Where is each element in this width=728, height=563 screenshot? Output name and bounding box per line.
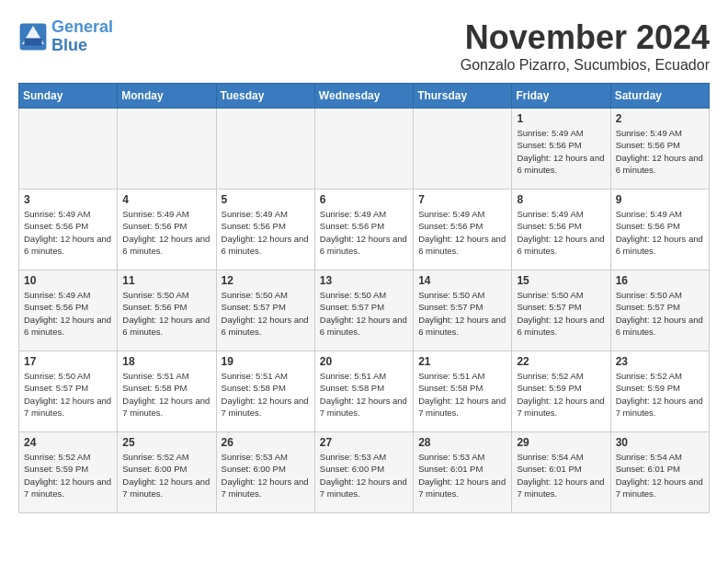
day-info: Sunrise: 5:51 AM Sunset: 5:58 PM Dayligh… xyxy=(320,370,408,419)
month-title: November 2024 xyxy=(461,18,710,57)
table-row: 14Sunrise: 5:50 AM Sunset: 5:57 PM Dayli… xyxy=(414,270,512,351)
day-info: Sunrise: 5:52 AM Sunset: 5:59 PM Dayligh… xyxy=(517,370,605,419)
day-info: Sunrise: 5:54 AM Sunset: 6:01 PM Dayligh… xyxy=(517,451,605,500)
table-row: 17Sunrise: 5:50 AM Sunset: 5:57 PM Dayli… xyxy=(19,351,118,432)
day-number: 9 xyxy=(616,193,704,206)
day-info: Sunrise: 5:50 AM Sunset: 5:57 PM Dayligh… xyxy=(418,289,506,338)
logo-icon xyxy=(18,22,48,52)
day-info: Sunrise: 5:49 AM Sunset: 5:56 PM Dayligh… xyxy=(24,208,112,257)
table-row: 15Sunrise: 5:50 AM Sunset: 5:57 PM Dayli… xyxy=(512,270,610,351)
day-number: 13 xyxy=(320,274,408,287)
day-number: 5 xyxy=(222,193,310,206)
table-row: 6Sunrise: 5:49 AM Sunset: 5:56 PM Daylig… xyxy=(314,190,413,270)
table-row: 13Sunrise: 5:50 AM Sunset: 5:57 PM Dayli… xyxy=(314,270,413,351)
header-area: General Blue November 2024 Gonzalo Pizar… xyxy=(18,18,710,74)
table-row: 18Sunrise: 5:51 AM Sunset: 5:58 PM Dayli… xyxy=(118,351,216,432)
table-row: 1Sunrise: 5:49 AM Sunset: 5:56 PM Daylig… xyxy=(512,109,610,190)
header-saturday: Saturday xyxy=(610,84,709,109)
day-info: Sunrise: 5:49 AM Sunset: 5:56 PM Dayligh… xyxy=(616,208,704,257)
header-monday: Monday xyxy=(118,84,216,109)
day-info: Sunrise: 5:49 AM Sunset: 5:56 PM Dayligh… xyxy=(418,208,506,257)
table-row xyxy=(118,109,216,190)
header-sunday: Sunday xyxy=(19,84,118,109)
day-number: 12 xyxy=(222,274,310,287)
table-row: 22Sunrise: 5:52 AM Sunset: 5:59 PM Dayli… xyxy=(512,351,610,432)
logo: General Blue xyxy=(18,18,113,55)
day-number: 28 xyxy=(418,436,506,449)
day-info: Sunrise: 5:52 AM Sunset: 5:59 PM Dayligh… xyxy=(616,370,704,419)
day-info: Sunrise: 5:49 AM Sunset: 5:56 PM Dayligh… xyxy=(320,208,408,257)
calendar-table: Sunday Monday Tuesday Wednesday Thursday… xyxy=(18,83,710,513)
table-row: 30Sunrise: 5:54 AM Sunset: 6:01 PM Dayli… xyxy=(610,432,709,513)
table-row xyxy=(216,109,314,190)
day-info: Sunrise: 5:53 AM Sunset: 6:01 PM Dayligh… xyxy=(418,451,506,500)
table-row: 8Sunrise: 5:49 AM Sunset: 5:56 PM Daylig… xyxy=(512,190,610,270)
day-info: Sunrise: 5:50 AM Sunset: 5:57 PM Dayligh… xyxy=(222,289,310,338)
day-number: 2 xyxy=(616,112,704,125)
day-info: Sunrise: 5:53 AM Sunset: 6:00 PM Dayligh… xyxy=(320,451,408,500)
table-row: 27Sunrise: 5:53 AM Sunset: 6:00 PM Dayli… xyxy=(314,432,413,513)
day-number: 20 xyxy=(320,355,408,368)
day-number: 18 xyxy=(122,355,210,368)
svg-rect-2 xyxy=(24,38,41,45)
table-row: 10Sunrise: 5:49 AM Sunset: 5:56 PM Dayli… xyxy=(19,270,118,351)
day-number: 11 xyxy=(122,274,210,287)
calendar-week-1: 1Sunrise: 5:49 AM Sunset: 5:56 PM Daylig… xyxy=(19,109,710,190)
day-info: Sunrise: 5:49 AM Sunset: 5:56 PM Dayligh… xyxy=(24,289,112,338)
day-number: 29 xyxy=(517,436,605,449)
day-number: 21 xyxy=(418,355,506,368)
day-number: 23 xyxy=(616,355,704,368)
table-row xyxy=(414,109,512,190)
logo-text: General Blue xyxy=(51,18,113,55)
day-info: Sunrise: 5:52 AM Sunset: 5:59 PM Dayligh… xyxy=(24,451,112,500)
day-number: 17 xyxy=(24,355,112,368)
day-number: 6 xyxy=(320,193,408,206)
day-number: 25 xyxy=(122,436,210,449)
title-area: November 2024 Gonzalo Pizarro, Sucumbios… xyxy=(461,18,710,74)
table-row: 24Sunrise: 5:52 AM Sunset: 5:59 PM Dayli… xyxy=(19,432,118,513)
day-info: Sunrise: 5:49 AM Sunset: 5:56 PM Dayligh… xyxy=(517,127,605,176)
day-info: Sunrise: 5:49 AM Sunset: 5:56 PM Dayligh… xyxy=(222,208,310,257)
day-number: 30 xyxy=(616,436,704,449)
day-number: 1 xyxy=(517,112,605,125)
day-number: 8 xyxy=(517,193,605,206)
day-info: Sunrise: 5:54 AM Sunset: 6:01 PM Dayligh… xyxy=(616,451,704,500)
calendar-week-5: 24Sunrise: 5:52 AM Sunset: 5:59 PM Dayli… xyxy=(19,432,710,513)
day-number: 26 xyxy=(222,436,310,449)
table-row xyxy=(314,109,413,190)
calendar-week-3: 10Sunrise: 5:49 AM Sunset: 5:56 PM Dayli… xyxy=(19,270,710,351)
day-info: Sunrise: 5:50 AM Sunset: 5:57 PM Dayligh… xyxy=(24,370,112,419)
day-info: Sunrise: 5:53 AM Sunset: 6:00 PM Dayligh… xyxy=(222,451,310,500)
day-info: Sunrise: 5:49 AM Sunset: 5:56 PM Dayligh… xyxy=(517,208,605,257)
day-info: Sunrise: 5:50 AM Sunset: 5:57 PM Dayligh… xyxy=(517,289,605,338)
day-info: Sunrise: 5:50 AM Sunset: 5:56 PM Dayligh… xyxy=(122,289,210,338)
day-info: Sunrise: 5:50 AM Sunset: 5:57 PM Dayligh… xyxy=(320,289,408,338)
table-row: 23Sunrise: 5:52 AM Sunset: 5:59 PM Dayli… xyxy=(610,351,709,432)
table-row: 21Sunrise: 5:51 AM Sunset: 5:58 PM Dayli… xyxy=(414,351,512,432)
logo-general: General xyxy=(51,17,113,36)
table-row xyxy=(19,109,118,190)
day-number: 4 xyxy=(122,193,210,206)
header-thursday: Thursday xyxy=(414,84,512,109)
calendar-header-row: Sunday Monday Tuesday Wednesday Thursday… xyxy=(19,84,710,109)
table-row: 9Sunrise: 5:49 AM Sunset: 5:56 PM Daylig… xyxy=(610,190,709,270)
table-row: 4Sunrise: 5:49 AM Sunset: 5:56 PM Daylig… xyxy=(118,190,216,270)
day-info: Sunrise: 5:52 AM Sunset: 6:00 PM Dayligh… xyxy=(122,451,210,500)
table-row: 7Sunrise: 5:49 AM Sunset: 5:56 PM Daylig… xyxy=(414,190,512,270)
day-number: 22 xyxy=(517,355,605,368)
table-row: 16Sunrise: 5:50 AM Sunset: 5:57 PM Dayli… xyxy=(610,270,709,351)
day-info: Sunrise: 5:49 AM Sunset: 5:56 PM Dayligh… xyxy=(616,127,704,176)
header-tuesday: Tuesday xyxy=(216,84,314,109)
header-wednesday: Wednesday xyxy=(314,84,413,109)
calendar-week-4: 17Sunrise: 5:50 AM Sunset: 5:57 PM Dayli… xyxy=(19,351,710,432)
table-row: 28Sunrise: 5:53 AM Sunset: 6:01 PM Dayli… xyxy=(414,432,512,513)
day-number: 27 xyxy=(320,436,408,449)
table-row: 19Sunrise: 5:51 AM Sunset: 5:58 PM Dayli… xyxy=(216,351,314,432)
table-row: 3Sunrise: 5:49 AM Sunset: 5:56 PM Daylig… xyxy=(19,190,118,270)
table-row: 26Sunrise: 5:53 AM Sunset: 6:00 PM Dayli… xyxy=(216,432,314,513)
header-friday: Friday xyxy=(512,84,610,109)
day-info: Sunrise: 5:50 AM Sunset: 5:57 PM Dayligh… xyxy=(616,289,704,338)
table-row: 25Sunrise: 5:52 AM Sunset: 6:00 PM Dayli… xyxy=(118,432,216,513)
day-number: 3 xyxy=(24,193,112,206)
logo-blue: Blue xyxy=(51,36,87,54)
